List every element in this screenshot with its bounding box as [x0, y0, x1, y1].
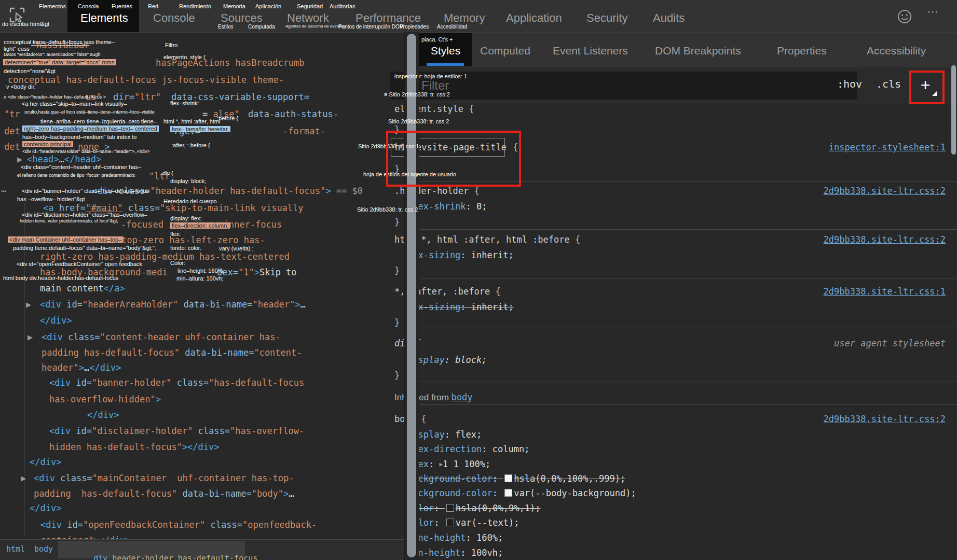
scrollbar-thumb[interactable]: [407, 34, 416, 557]
breadcrumb-html[interactable]: html: [6, 544, 25, 554]
dom-row[interactable]: <div id="banner-holder" class="has-defau…: [49, 377, 304, 388]
tab-dom-breakpoints[interactable]: DOM Breakpoints: [655, 45, 741, 57]
overlay-label: <a her class="skip–to–main–link visually…: [22, 101, 127, 107]
text-segment: "headerAreaHolder": [83, 299, 178, 310]
style-line[interactable]: inspector-stylesheet:1: [829, 142, 946, 152]
text-segment: hsla(0,0%,9%,1);: [456, 503, 541, 513]
feedback-smiley-icon[interactable]: [897, 9, 912, 24]
breadcrumb-body[interactable]: body: [34, 544, 53, 554]
toggle-hover-state-button[interactable]: :hov: [837, 78, 862, 90]
tab-network[interactable]: Network: [287, 11, 329, 25]
styles-scrollbar-thumb[interactable]: [951, 65, 956, 155]
text-segment: main content: [40, 283, 104, 293]
tab-accessibility[interactable]: Accessibility: [867, 45, 926, 57]
dom-row[interactable]: data-auth-status-: [248, 108, 338, 120]
dom-row[interactable]: padding has-default-focus" data-bi-name=…: [34, 488, 294, 499]
dom-row[interactable]: </div>: [87, 409, 119, 421]
tab-audits[interactable]: Audits: [653, 11, 685, 25]
style-line[interactable]: background-color: var(--body-background)…: [407, 488, 636, 498]
style-line[interactable]: user agent stylesheet: [834, 338, 946, 348]
dom-row[interactable]: -format-: [283, 125, 325, 137]
dom-row[interactable]: ▶: [21, 472, 26, 484]
style-line[interactable]: flex-direction: column;: [407, 444, 529, 454]
tab-event-listeners[interactable]: Event Listeners: [553, 45, 628, 57]
dom-row[interactable]: det: [4, 141, 20, 152]
overlay-label: <div id="headerAreaHolder" data–bi–name=…: [22, 149, 149, 154]
overlay-label: Puntos de interrupción DOM: [338, 24, 404, 30]
tab-properties[interactable]: Properties: [777, 45, 827, 57]
style-line[interactable]: 2d9bb338.site-ltr.css:2: [824, 414, 946, 424]
dom-row[interactable]: dex="1">Skip to: [217, 267, 297, 278]
dom-row[interactable]: <div id="openFeedbackContainer" class="o…: [40, 519, 317, 530]
style-line[interactable]: background-color: hsla(0,0%,100%,.999);: [407, 473, 625, 484]
dom-row[interactable]: padding has-default-focus" data-bi-name=…: [42, 347, 302, 358]
dom-row[interactable]: header">…</div>: [42, 362, 121, 373]
dom-row[interactable]: ▶: [26, 299, 31, 310]
tab-styles[interactable]: Styles: [431, 45, 460, 57]
dom-row[interactable]: hidden has-default-focus"></div>: [49, 441, 220, 453]
dom-row[interactable]: <div class="mainContainer uhf-container …: [34, 472, 294, 484]
tab-console[interactable]: Console: [153, 11, 195, 25]
overlay-label: hidden tiene, valor predeterminado, el f…: [20, 218, 118, 223]
style-line[interactable]: min-height: 100vh;: [407, 548, 503, 558]
text-segment: >: [283, 488, 289, 499]
toggle-class-button[interactable]: .cls: [876, 78, 901, 90]
dom-row[interactable]: ⋯: [1, 185, 6, 197]
dom-row[interactable]: </div>: [30, 502, 61, 514]
style-line[interactable]: box-sizing: inherit;: [407, 302, 514, 312]
tab-computed[interactable]: Computed: [480, 45, 530, 57]
style-line[interactable]: flex-shrink: 0;: [407, 201, 487, 212]
dom-row[interactable]: <head>…</head>: [27, 153, 101, 165]
style-line[interactable]: color: var(--text);: [407, 517, 519, 528]
style-line[interactable]: box-sizing: inherit;: [407, 250, 514, 260]
tab-sources[interactable]: Sources: [221, 11, 263, 25]
dom-row[interactable]: </div>: [30, 456, 61, 468]
style-line[interactable]: }: [394, 370, 400, 381]
style-line[interactable]: line-height: 160%;: [407, 533, 503, 543]
text-segment: background-color: [407, 473, 493, 484]
style-line[interactable]: html *, html :after, html :before {: [394, 234, 580, 245]
text-segment: data-bi-name=: [178, 299, 252, 310]
overlay-label: Consola: [78, 3, 99, 9]
dom-row[interactable]: main content</a>: [40, 283, 125, 294]
tab-application[interactable]: Application: [506, 11, 562, 25]
style-line[interactable]: 2d9bb338.site-ltr.css:2: [824, 234, 946, 245]
panel-divider-scrollbar[interactable]: [404, 32, 419, 560]
text-segment: "openfeedback-: [242, 520, 317, 530]
style-line[interactable]: }: [394, 217, 400, 227]
dom-row[interactable]: "tr: [4, 108, 20, 120]
dom-row[interactable]: <div id="headerAreaHolder" data-bi-name=…: [40, 299, 306, 310]
tab-memory[interactable]: Memory: [444, 11, 485, 25]
dom-row[interactable]: <div class="content-header uhf-container…: [42, 331, 281, 343]
style-line[interactable]: 2d9bb338.site-ltr.css:1: [824, 286, 946, 297]
dom-row[interactable]: has-overflow-hidden">: [49, 394, 161, 405]
breadcrumb-selected-node[interactable]: div.header-holder.has-default-focus: [65, 544, 257, 560]
tab-performance[interactable]: Performance: [356, 11, 421, 25]
style-line[interactable]: }: [394, 317, 400, 328]
text-segment: ▶: [17, 154, 22, 164]
style-line[interactable]: 2d9bb338.site-ltr.css:2: [824, 186, 946, 196]
text-segment: hsla(0,0%,100%,.999);: [514, 473, 625, 484]
text-segment: : inherit;: [460, 250, 513, 260]
style-line[interactable]: color: hsla(0,0%,9%,1);: [407, 503, 540, 513]
tab-security[interactable]: Security: [586, 11, 627, 25]
style-line[interactable]: }: [394, 265, 400, 276]
more-options-icon[interactable]: ⋯: [927, 5, 938, 19]
dom-row[interactable]: conceptual has-default-focus js-focus-vi…: [8, 74, 284, 86]
dom-row[interactable]: </div>: [40, 315, 72, 326]
overlay-label: Rendimiento: [179, 3, 211, 9]
text-segment: 2d9bb338.site-ltr.css:2: [824, 234, 946, 245]
overlay-label: has –overflow– hidden"&gt: [17, 196, 85, 202]
dom-row[interactable]: ▶: [28, 331, 33, 343]
overlay-label: detection="none"&gt: [4, 68, 56, 74]
style-line[interactable]: flex: ▶1 1 100%;: [407, 459, 490, 469]
text-segment: "has-default-focus: [209, 377, 304, 388]
text-segment: 1 1 100%;: [443, 459, 490, 469]
style-line[interactable]: display: block;: [407, 355, 487, 365]
dom-row[interactable]: ▶: [17, 153, 22, 165]
tab-elements[interactable]: Elements: [80, 11, 128, 25]
dom-row[interactable]: <div id="disclaimer-holder" class="has-o…: [49, 425, 304, 437]
rule-separator: [418, 382, 957, 382]
text-segment: >: [295, 299, 300, 310]
dom-row[interactable]: det: [4, 125, 20, 137]
